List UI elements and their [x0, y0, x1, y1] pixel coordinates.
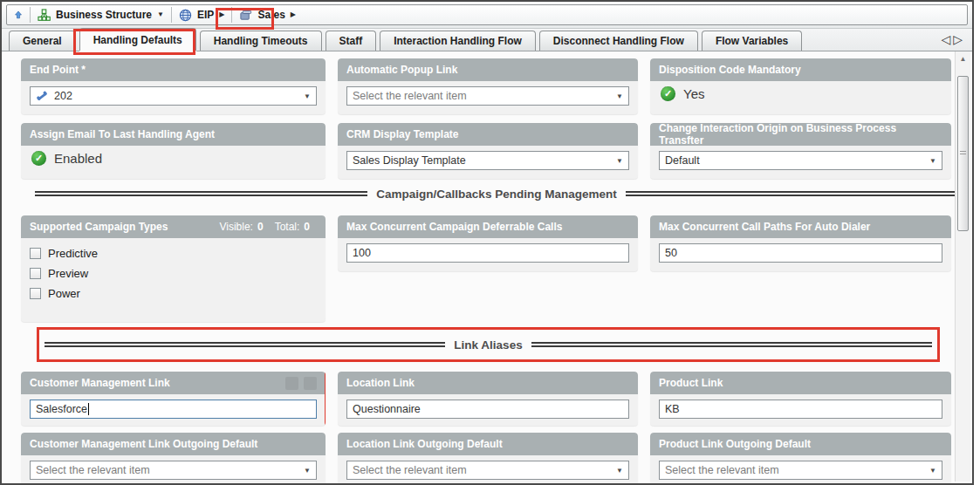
visible-count: 0	[257, 221, 264, 233]
field-group-change-interaction-origin: Change Interaction Origin on Business Pr…	[650, 123, 951, 179]
counts: Visible: 0 Total: 0	[219, 221, 317, 233]
faded-action-icon[interactable]	[304, 377, 317, 390]
dropdown-placeholder: Select the relevant item	[353, 90, 613, 102]
breadcrumb-sales[interactable]: Sales ▶	[232, 5, 303, 24]
green-check-icon: ✓	[661, 86, 675, 101]
section-title: Campaign/Callbacks Pending Management	[376, 188, 616, 201]
section-divider-link-aliases: Link Aliases	[45, 330, 932, 359]
customer-management-link-outgoing-dropdown[interactable]: Select the relevant item ▼	[30, 461, 317, 480]
breadcrumb-label: EIP	[197, 9, 214, 21]
dropdown-arrow-icon[interactable]: ▼	[929, 157, 936, 165]
chevron-down-icon[interactable]: ▼	[157, 11, 164, 18]
field-row-5: Customer Management Link Outgoing Defaul…	[21, 433, 972, 485]
field-label: Automatic Popup Link	[338, 58, 638, 81]
chevron-right-icon[interactable]: ▶	[291, 11, 296, 18]
tab-handling-timeouts[interactable]: Handling Timeouts	[200, 31, 322, 51]
field-group-location-link: Location Link Questionnaire	[338, 372, 638, 426]
checkbox-icon[interactable]	[30, 248, 41, 259]
faded-action-icon[interactable]	[285, 377, 298, 390]
checkbox-icon[interactable]	[30, 288, 41, 299]
field-group-max-call-paths: Max Concurrent Call Paths For Auto Diale…	[650, 215, 951, 271]
field-group-supported-campaign-types: Supported Campaign Types Visible: 0 Tota…	[21, 215, 326, 322]
dropdown-placeholder: Select the relevant item	[36, 464, 300, 476]
tab-interaction-handling-flow[interactable]: Interaction Handling Flow	[380, 31, 536, 51]
chevron-right-icon[interactable]: ▶	[219, 11, 224, 18]
dropdown-arrow-icon[interactable]: ▼	[304, 467, 311, 475]
application-window: Business Structure ▼ EIP ▶	[0, 0, 974, 485]
field-row-2: Assign Email To Last Handling Agent ✓ En…	[21, 123, 972, 179]
dropdown-placeholder: Select the relevant item	[665, 464, 926, 476]
phone-icon	[36, 90, 49, 103]
field-label: Customer Management Link	[21, 372, 326, 394]
field-row-4: Customer Management Link Salesforce Loca…	[21, 372, 972, 426]
max-call-paths-input[interactable]: 50	[659, 243, 942, 263]
field-group-crm-display-template: CRM Display Template Sales Display Templ…	[338, 123, 638, 179]
dropdown-value: Sales Display Template	[353, 154, 613, 167]
scrollbar-grip-icon	[960, 151, 966, 156]
field-label: Customer Management Link Outgoing Defaul…	[21, 433, 326, 455]
field-group-customer-management-link-outgoing: Customer Management Link Outgoing Defaul…	[21, 433, 326, 485]
status-value: ✓ Yes	[659, 86, 704, 101]
field-label: Change Interaction Origin on Business Pr…	[650, 123, 951, 146]
location-link-input[interactable]: Questionnaire	[346, 400, 629, 419]
max-deferrable-calls-input[interactable]: 100	[346, 243, 629, 263]
field-group-disposition-code-mandatory: Disposition Code Mandatory ✓ Yes	[650, 58, 951, 114]
checkbox-predictive[interactable]: Predictive	[30, 247, 317, 260]
location-link-outgoing-dropdown[interactable]: Select the relevant item ▼	[346, 461, 629, 480]
field-label: CRM Display Template	[338, 123, 638, 146]
field-group-location-link-outgoing: Location Link Outgoing Default Select th…	[338, 433, 638, 485]
divider-line	[531, 342, 932, 347]
field-label: End Point *	[21, 58, 326, 81]
automatic-popup-link-dropdown[interactable]: Select the relevant item ▼	[346, 86, 629, 106]
dropdown-value: 202	[54, 90, 300, 102]
home-button[interactable]	[7, 5, 30, 24]
field-group-automatic-popup-link: Automatic Popup Link Select the relevant…	[338, 58, 638, 114]
breadcrumb-business-structure[interactable]: Business Structure ▼	[31, 5, 171, 24]
field-label: Location Link	[338, 372, 638, 394]
end-point-dropdown[interactable]: 202 ▼	[30, 86, 317, 106]
link-aliases-annotation-box: Link Aliases	[37, 327, 940, 362]
divider-line	[45, 342, 445, 347]
field-label: Max Concurrent Call Paths For Auto Diale…	[650, 215, 951, 238]
globe-icon	[179, 9, 192, 22]
field-group-customer-management-link: Customer Management Link Salesforce	[21, 372, 326, 426]
home-up-arrow-icon	[14, 8, 23, 22]
breadcrumb-empty-space	[303, 5, 967, 24]
section-divider-campaign: Campaign/Callbacks Pending Management	[35, 182, 958, 205]
text-cursor	[88, 403, 89, 415]
breadcrumb-eip[interactable]: EIP ▶	[172, 5, 232, 24]
dropdown-arrow-icon[interactable]: ▼	[616, 92, 623, 100]
change-interaction-origin-dropdown[interactable]: Default ▼	[659, 151, 942, 170]
field-group-product-link-outgoing: Product Link Outgoing Default Select the…	[650, 433, 951, 485]
dropdown-arrow-icon[interactable]: ▼	[616, 467, 623, 475]
breadcrumb: Business Structure ▼ EIP ▶	[6, 4, 968, 25]
dropdown-arrow-icon[interactable]: ▼	[304, 92, 311, 100]
tab-scroll-arrows-icon[interactable]: ◁▷	[941, 32, 965, 46]
scroll-up-button[interactable]: ▲	[956, 51, 970, 65]
tab-handling-defaults[interactable]: Handling Defaults	[79, 28, 196, 51]
header-actions	[285, 377, 317, 390]
scrollbar-thumb[interactable]	[957, 76, 969, 231]
field-row-1: End Point * 202 ▼	[21, 58, 972, 114]
tab-flow-variables[interactable]: Flow Variables	[702, 31, 802, 51]
checkbox-preview[interactable]: Preview	[30, 267, 317, 280]
dropdown-arrow-icon[interactable]: ▼	[929, 467, 936, 475]
divider-line	[626, 191, 958, 196]
tab-staff[interactable]: Staff	[326, 31, 377, 51]
customer-management-link-input[interactable]: Salesforce	[30, 400, 317, 419]
module-icon	[239, 9, 252, 22]
status-value: ✓ Enabled	[30, 151, 102, 166]
green-check-icon: ✓	[31, 151, 46, 166]
field-label: Supported Campaign Types Visible: 0 Tota…	[21, 215, 326, 238]
checkbox-icon[interactable]	[30, 268, 41, 279]
checkbox-power[interactable]: Power	[30, 287, 317, 300]
dropdown-arrow-icon[interactable]: ▼	[616, 157, 623, 165]
field-label: Max Concurrent Campaign Deferrable Calls	[338, 215, 638, 238]
product-link-input[interactable]: KB	[659, 400, 942, 419]
vertical-scrollbar[interactable]: ▲	[955, 51, 970, 482]
tab-disconnect-handling-flow[interactable]: Disconnect Handling Flow	[539, 31, 698, 51]
field-label: Disposition Code Mandatory	[650, 58, 951, 81]
product-link-outgoing-dropdown[interactable]: Select the relevant item ▼	[659, 461, 942, 480]
tab-general[interactable]: General	[9, 31, 76, 51]
crm-display-template-dropdown[interactable]: Sales Display Template ▼	[346, 151, 629, 170]
